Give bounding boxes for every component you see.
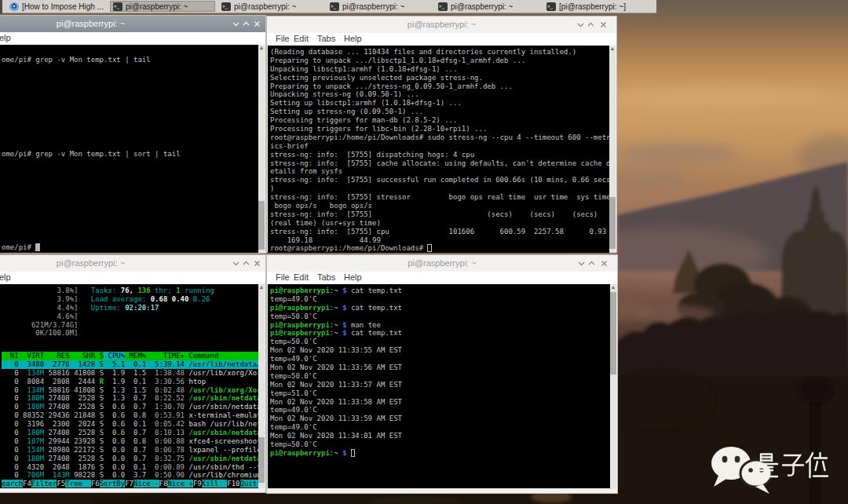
terminal-screen[interactable]: ome/pi# grep -v Mon temp.txt | tailome/p… [0, 45, 265, 253]
terminal-line: stress-ng: info: [5755] successful run c… [270, 176, 610, 184]
maximize-button[interactable] [587, 21, 595, 29]
titlebar[interactable]: pi@raspberrypi: ~ [267, 16, 616, 33]
scroll-up-arrow[interactable] [610, 46, 615, 51]
terminal-line: temp=50.0'C [270, 312, 402, 321]
titlebar[interactable]: pi@raspberrypi: ~ [0, 16, 265, 32]
terminal-line: temp=49.0'C [270, 295, 402, 304]
minimize-button[interactable] [578, 260, 586, 268]
terminal-line: Setting up libsctp1:armhf (1.0.18+dfsg-1… [270, 99, 610, 108]
scrollbar-thumb[interactable] [610, 292, 616, 374]
terminal-line: 0 8084 2808 2444 R 1.9 0.1 3:30.56 htop [2, 378, 261, 386]
terminal-line: temp=49.0'C [270, 355, 402, 363]
terminal-line [2, 124, 261, 133]
menu-item-edit[interactable]: Edit [294, 272, 309, 282]
scroll-up-arrow[interactable] [611, 285, 616, 290]
terminal-screen[interactable]: pi@raspberrypi:~ $ cat temp.txttemp=49.0… [268, 284, 616, 488]
terminal-line [2, 47, 261, 56]
scrollbar-thumb[interactable] [609, 197, 616, 249]
terminal-line: Mon 02 Nov 2020 11:33:57 AM EST [270, 381, 402, 389]
terminal-line [2, 227, 261, 236]
terminal-screen[interactable]: 3.8%] Tasks: 76, 136 thr; 1 running 3.9%… [0, 284, 265, 488]
terminal-line: 0 4320 2048 1876 S 0.0 0.1 0:00.89 /usr/… [2, 463, 261, 472]
terminal-line: Unpacking stress-ng (0.09.50-1) ... [270, 90, 610, 99]
terminal-line: Processing triggers for libc-bin (2.28-1… [270, 125, 610, 133]
taskbar-item[interactable]: >_pi@raspberrypi: ~ [110, 1, 215, 12]
terminal-line: Processing triggers for man-db (2.8.5-2)… [270, 116, 610, 125]
terminal-line: temp=49.0'C [270, 406, 402, 415]
maximize-button[interactable] [243, 260, 250, 268]
terminal-line [2, 201, 261, 210]
scrollbar[interactable] [610, 284, 616, 488]
taskbar-menu-sliver[interactable] [0, 0, 2, 13]
menu-item-edit[interactable]: Edit [294, 34, 309, 43]
taskbar-item[interactable]: [How to Impose High ... [6, 1, 107, 12]
menu-item-file[interactable]: File [276, 272, 290, 282]
taskbar-item-label: [pi@raspberrypi: ~] [559, 2, 626, 11]
terminal-line: Preparing to unpack .../stress-ng_0.09.5… [270, 82, 610, 91]
taskbar-item[interactable]: >_[pi@raspberrypi: ~] [543, 1, 649, 12]
terminal-line: root@raspberrypi:/home/pi/Downloads# [270, 244, 610, 253]
terminal-line [2, 115, 261, 124]
terminal-line: pi@raspberrypi:~ $ man tee [270, 321, 402, 330]
terminal-line [2, 210, 261, 218]
terminal-line: Unpacking libsctp1:armhf (1.0.18+dfsg-1)… [270, 65, 610, 74]
terminal-screen[interactable]: (Reading database ... 110434 files and d… [268, 46, 616, 253]
maximize-button[interactable] [588, 260, 596, 268]
scroll-up-arrow[interactable] [259, 46, 264, 50]
terminal-line: etails from sysfs [270, 167, 610, 176]
window-title: pi@raspberrypi: ~ [0, 19, 265, 28]
scrollbar-thumb[interactable] [258, 437, 265, 483]
taskbar-item[interactable]: >_pi@raspberrypi: ~ [435, 1, 540, 12]
menu-item-help[interactable]: Help [344, 34, 362, 43]
terminal-line: (Reading database ... 110434 files and d… [270, 48, 610, 57]
close-button[interactable] [601, 260, 609, 268]
close-button[interactable] [254, 20, 261, 28]
terminal-window-top-left: pi@raspberrypi: ~ FileEditTabsHelp ome/p… [0, 15, 266, 254]
terminal-line: 0 88352 29436 21848 S 0.6 0.8 0:53.91 x-… [2, 411, 261, 420]
taskbar-item-label: [How to Impose High ... [22, 2, 104, 11]
scrollbar[interactable] [258, 45, 265, 253]
menu-item-file[interactable]: File [276, 34, 290, 43]
terminal-line: ome/pi# grep -v Mon temp.txt | sort | ta… [2, 150, 261, 159]
taskbar-item[interactable]: >_pi@raspberrypi: ~ [327, 1, 432, 12]
terminal-line: ics-brief [270, 142, 610, 151]
scrollbar[interactable] [609, 46, 616, 253]
scrollbar-thumb[interactable] [258, 201, 265, 250]
terminal-line [2, 107, 261, 115]
terminal-line: stress-ng: info: [5755] cpu 101606 600.5… [270, 228, 610, 236]
minimize-button[interactable] [232, 20, 240, 28]
taskbar-item[interactable]: >_pi@raspberrypi: ~ [218, 1, 323, 12]
minimize-button[interactable] [577, 21, 585, 29]
terminal-line [2, 159, 261, 167]
menu-item-tabs[interactable]: Tabs [317, 272, 335, 282]
terminal-line: (real time) (usr+sys time) [270, 219, 610, 228]
scroll-up-arrow[interactable] [259, 285, 264, 290]
terminal-line: pi@raspberrypi:~ $ cat temp.txt [270, 287, 402, 295]
close-button[interactable] [254, 260, 261, 268]
menu-bar: FileEditTabsHelp [267, 33, 616, 46]
terminal-line [2, 192, 261, 201]
terminal-line: pi@raspberrypi:~ $ [270, 449, 402, 458]
terminal-line: Mon 02 Nov 2020 11:33:59 AM EST [270, 415, 402, 423]
terminal-line: pi@raspberrypi:~ $ cat temp.txt [270, 304, 402, 312]
terminal-line: 0 180M 27408 2528 S 0.6 0.7 0:10.13 /usr… [2, 429, 261, 437]
taskbar-item-label: pi@raspberrypi: ~ [451, 2, 513, 11]
terminal-line: 169.18 44.99 [270, 236, 610, 245]
terminal-line: 0 706M 143M 98228 S 0.0 3.7 0:50.90 /usr… [2, 471, 261, 480]
titlebar[interactable]: pi@raspberrypi: ~ [267, 255, 617, 272]
terminal-line [2, 64, 261, 73]
menu-item-help[interactable]: Help [0, 272, 11, 282]
maximize-button[interactable] [243, 20, 250, 28]
menu-item-tabs[interactable]: Tabs [317, 34, 335, 43]
menu-item-help[interactable]: Help [0, 33, 11, 42]
terminal-line: Selecting previously unselected package … [270, 74, 610, 82]
terminal-line: 0 134M 58816 41808 S 1.9 1.5 1:38.48 /us… [2, 369, 261, 378]
scrollbar[interactable] [258, 284, 265, 488]
menu-item-help[interactable]: Help [344, 272, 362, 282]
terminal-line [2, 166, 261, 175]
close-button[interactable] [600, 21, 608, 29]
terminal-line: 0 3196 2300 2024 S 0.6 0.1 0:05.42 bash … [2, 420, 261, 429]
terminal-line: temp=50.0'C [270, 338, 402, 346]
minimize-button[interactable] [232, 260, 240, 268]
titlebar[interactable]: pi@raspberrypi: ~ [0, 255, 265, 272]
